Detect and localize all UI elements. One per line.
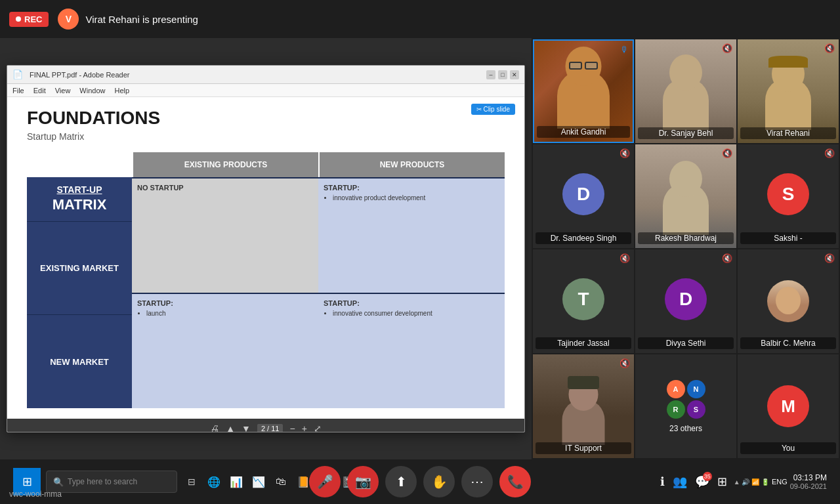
rakesh-head [669,161,702,197]
rakesh-mute-icon: 🔇 [722,148,732,158]
pdf-next-btn[interactable]: ▼ [242,423,251,432]
matrix-body: NO STARTUP STARTUP: innovative product d… [132,177,505,408]
tray-icons: ▲ 🔊 📶 🔋 [734,478,769,486]
balbir-name: Balbir C. Mehra [740,337,836,349]
matrix-cell-1-1: NO STARTUP [132,178,318,293]
balbir-face [776,287,801,314]
taskbar-datetime: 03:13 PM 09-06-2021 [790,473,827,490]
matrix-row-label-new: NEW MARKET [27,314,132,408]
participant-tile-rakesh: 🔇 Rakesh Bhardwaj [635,144,736,248]
grid-button[interactable]: ⊞ [717,474,727,489]
pdf-prev-btn[interactable]: ▲ [226,423,235,432]
more-button[interactable]: ⋯ [461,466,493,497]
mini-av-3: R [667,400,685,419]
pdf-title: FINAL PPT.pdf - Adobe Reader [30,71,129,79]
pdf-zoom-in-btn[interactable]: + [302,423,307,432]
share-button[interactable]: ⬆ [385,466,417,497]
pdf-menubar: File Edit View Window Help [7,84,524,97]
virat-mute-icon: 🔇 [824,43,835,53]
rec-dot [16,16,21,22]
chat-button-wrapper: 💬 35 [695,474,709,489]
pdf-toolbar: 🖨 ▲ ▼ 2 / 11 − + ⤢ [7,419,524,432]
sakshi-name: Sakshi - [740,232,836,244]
glass-right [585,62,598,70]
tajinder-name: Tajinder Jassal [536,337,631,349]
system-tray: ▲ 🔊 📶 🔋 ENG 03:13 PM 09-06-2021 [734,473,827,490]
edge-btn[interactable]: 🌐 [205,472,223,491]
taskbar-right: ℹ 👥 💬 35 ⊞ ▲ 🔊 📶 🔋 ENG 03:13 PM 09-06-20… [660,473,827,490]
divya-avatar: D [665,278,707,320]
pdf-print-btn[interactable]: 🖨 [210,423,219,432]
menu-edit[interactable]: Edit [33,87,46,94]
divya-name: Divya Sethi [638,337,734,349]
matrix-row-1: NO STARTUP STARTUP: innovative product d… [132,177,505,293]
store-btn[interactable]: 🛍 [272,472,290,491]
pdf-zoom-out-btn[interactable]: − [289,423,295,432]
divya-mute-icon: 🔇 [722,253,732,263]
search-icon: 🔍 [53,477,64,487]
matrix-cell-2-2: STARTUP: innovative consumer development [318,294,505,408]
pdf-maximize-btn[interactable]: □ [498,70,507,79]
pdf-page-info: 2 / 11 [257,424,284,432]
pdf-fit-btn[interactable]: ⤢ [314,423,322,432]
sandeep-avatar: D [562,173,604,215]
sakshi-mute-icon: 🔇 [824,148,835,158]
menu-help[interactable]: Help [114,87,129,94]
participant-tile-it: 🔇 IT Support [533,354,634,458]
end-call-button[interactable]: 📞 [499,466,531,497]
participant-tile-virat: 🔇 Virat Rehani [738,39,839,143]
participant-tile-others[interactable]: A N R S 23 others [635,354,736,458]
matrix-col-header-new: NEW PRODUCTS [320,152,505,177]
balbir-avatar [767,280,809,322]
clip-slide-button[interactable]: ✂ Clip slide [471,104,515,115]
search-placeholder: Type here to search [68,477,137,486]
matrix-row-2: STARTUP: launch STARTUP: innovative cons… [132,293,505,408]
meeting-info-controls: ℹ 👥 💬 35 ⊞ [660,474,727,489]
task-view-btn[interactable]: ⊟ [182,472,201,491]
sanjay-name: Dr. Sanjay Behl [638,127,734,139]
virat-turban [768,56,808,68]
matrix-header-row: EXISTING PRODUCTS NEW PRODUCTS [132,152,505,177]
ankit-glasses [567,62,600,70]
presenter-text: Virat Rehani is presenting [85,14,198,25]
mute-button[interactable]: 🎤 [309,466,341,497]
taskbar-lang: ENG [772,478,788,486]
rec-label: REC [24,14,42,24]
video-button[interactable]: 📷 [347,466,379,497]
reactions-button[interactable]: ✋ [423,466,455,497]
teams-btn[interactable]: 📊 [227,472,245,491]
cell-item-1: innovative product development [333,194,499,201]
others-content: A N R S 23 others [667,380,705,433]
matlab-btn[interactable]: 📉 [249,472,268,491]
you-avatar: M [767,385,809,427]
participant-tile-sakshi: S 🔇 Sakshi - [738,144,839,248]
you-name: You [740,442,836,454]
menu-window[interactable]: Window [79,87,105,94]
presenter-avatar: V [58,9,79,30]
meeting-controls: 🎤 📷 ⬆ ✋ ⋯ 📞 [309,466,531,497]
ankit-name: Ankit Gandhi [537,126,630,138]
cell-title-startup3: STARTUP: [324,299,499,307]
participants-button[interactable]: 👥 [673,474,687,489]
sandeep-name: Dr. Sandeep Singh [536,232,631,244]
taskbar-search[interactable]: 🔍 Type here to search [46,471,177,493]
info-button[interactable]: ℹ [660,474,665,489]
menu-file[interactable]: File [12,87,24,94]
sakshi-avatar: S [767,173,809,215]
mini-av-4: S [687,400,705,419]
participant-tile-you: M You [738,354,839,458]
others-label: 23 others [669,424,702,433]
pdf-window: 📄 FINAL PPT.pdf - Adobe Reader – □ ✕ Fil… [7,65,525,432]
virat-name: Virat Rehani [740,127,836,139]
matrix-col-header-existing: EXISTING PRODUCTS [133,152,318,177]
menu-view[interactable]: View [55,87,71,94]
pdf-minimize-btn[interactable]: – [486,70,495,79]
others-avatars: A N R S [667,380,705,419]
participant-tile-sandeep: D 🔇 Dr. Sandeep Singh [533,144,634,248]
pdf-subheading: Startup Matrix [27,131,505,142]
cell-title-nostartup: NO STARTUP [137,184,313,192]
cell-title-startup1: STARTUP: [324,184,499,192]
sandeep-mute-icon: 🔇 [620,148,630,158]
pdf-close-btn[interactable]: ✕ [510,70,519,79]
matrix-left-col: START-UP MATRIX EXISTING MARKET NEW MARK… [27,177,132,408]
